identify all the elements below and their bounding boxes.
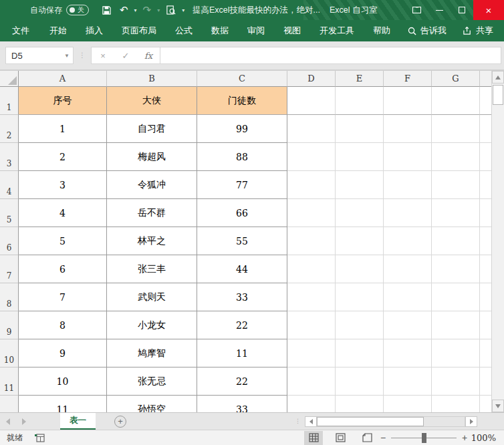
row-header[interactable]: 8 (0, 283, 19, 311)
cell[interactable] (480, 227, 491, 255)
cell[interactable] (480, 199, 491, 227)
insert-function-button[interactable]: fx (137, 51, 160, 61)
customize-qat-icon[interactable]: ▾ (180, 7, 186, 13)
column-header-a[interactable]: A (19, 71, 107, 87)
tab-file[interactable]: 文件 (1, 20, 40, 41)
cell[interactable] (287, 199, 336, 227)
cell[interactable] (287, 227, 336, 255)
cell[interactable]: 梅超风 (107, 143, 197, 171)
tabbar-resize-handle[interactable]: ⋮ (295, 420, 301, 422)
cell[interactable] (480, 115, 491, 143)
row-header[interactable]: 7 (0, 255, 19, 283)
cell[interactable] (287, 367, 336, 396)
cell[interactable] (432, 199, 480, 227)
cell[interactable]: 22 (197, 367, 287, 396)
cell[interactable] (480, 87, 491, 115)
row-header[interactable]: 10 (0, 339, 19, 367)
cell[interactable]: 8 (19, 311, 107, 339)
add-sheet-icon[interactable]: + (114, 416, 126, 428)
scroll-down-icon[interactable] (492, 400, 504, 412)
tell-me-button[interactable]: 告诉我 (400, 20, 455, 41)
cell[interactable] (384, 311, 432, 339)
redo-dropdown-icon[interactable]: ▾ (156, 7, 161, 13)
tab-formulas[interactable]: 公式 (166, 20, 202, 41)
column-header-b[interactable]: B (107, 71, 197, 87)
cell[interactable] (384, 171, 432, 199)
zoom-slider-handle[interactable] (422, 433, 426, 443)
cell[interactable] (336, 143, 384, 171)
cell[interactable] (480, 255, 491, 283)
cell[interactable]: 自习君 (107, 115, 197, 143)
row-header[interactable]: 1 (0, 87, 19, 115)
horizontal-scrollbar[interactable] (305, 416, 477, 427)
undo-dropdown-icon[interactable]: ▾ (133, 7, 138, 13)
cell[interactable]: 令狐冲 (107, 171, 197, 199)
save-icon[interactable] (98, 1, 115, 19)
cell[interactable]: 10 (19, 367, 107, 396)
cell[interactable]: 33 (197, 283, 287, 311)
cell[interactable]: 7 (19, 283, 107, 311)
zoom-out-icon[interactable]: − (378, 432, 388, 443)
cell[interactable]: 99 (197, 115, 287, 143)
tab-review[interactable]: 审阅 (238, 20, 274, 41)
cell[interactable] (432, 227, 480, 255)
cell[interactable] (336, 367, 384, 396)
row-header[interactable]: 5 (0, 199, 19, 227)
cell[interactable] (384, 255, 432, 283)
cell[interactable]: 88 (197, 143, 287, 171)
cell[interactable] (336, 115, 384, 143)
cell[interactable] (480, 367, 491, 396)
macro-record-icon[interactable] (35, 434, 45, 442)
cell[interactable] (384, 339, 432, 367)
cell[interactable]: 44 (197, 255, 287, 283)
row-header[interactable]: 3 (0, 143, 19, 171)
scroll-left-icon[interactable] (305, 416, 317, 427)
cell[interactable] (384, 199, 432, 227)
cell[interactable]: 武则天 (107, 283, 197, 311)
vertical-scroll-thumb[interactable] (493, 85, 503, 105)
cell[interactable]: 小龙女 (107, 311, 197, 339)
cell[interactable] (432, 283, 480, 311)
cell[interactable]: 11 (197, 339, 287, 367)
cell[interactable] (336, 199, 384, 227)
cell[interactable]: 张无忌 (107, 367, 197, 396)
zoom-level[interactable]: 100% (471, 433, 496, 443)
select-all-button[interactable] (0, 71, 19, 87)
cell[interactable] (336, 396, 384, 412)
cell[interactable]: 张三丰 (107, 255, 197, 283)
horizontal-scroll-thumb[interactable] (317, 417, 424, 426)
column-header-g[interactable]: G (432, 71, 480, 87)
cell[interactable] (480, 339, 491, 367)
cancel-button[interactable]: × (92, 51, 114, 61)
cell[interactable] (432, 396, 480, 412)
cell[interactable] (336, 227, 384, 255)
cell[interactable] (432, 171, 480, 199)
undo-icon[interactable]: ↶ (116, 1, 132, 19)
cell[interactable] (287, 255, 336, 283)
scroll-up-icon[interactable] (492, 71, 504, 84)
cell[interactable]: 孙悟空 (107, 396, 197, 412)
cell[interactable] (384, 283, 432, 311)
cell[interactable] (432, 255, 480, 283)
page-layout-view-icon[interactable] (331, 431, 350, 445)
column-header-c[interactable]: C (197, 71, 287, 87)
cell[interactable]: 22 (197, 311, 287, 339)
page-break-view-icon[interactable] (358, 431, 376, 445)
cell[interactable] (287, 171, 336, 199)
formula-bar-resize-handle[interactable]: ⋮ (79, 54, 86, 57)
tab-view[interactable]: 视图 (274, 20, 310, 41)
ribbon-display-options-icon[interactable] (405, 0, 428, 20)
cell[interactable]: 2 (19, 143, 107, 171)
zoom-in-icon[interactable]: + (459, 432, 470, 443)
cell[interactable]: 岳不群 (107, 199, 197, 227)
column-header-d[interactable]: D (287, 71, 336, 87)
tab-insert[interactable]: 插入 (76, 20, 112, 41)
horizontal-scroll-track[interactable] (317, 416, 465, 427)
close-icon[interactable]: × (473, 0, 504, 20)
sheet-tab-active[interactable]: 表一 (60, 413, 96, 430)
row-header[interactable]: 2 (0, 115, 19, 143)
cell[interactable] (432, 367, 480, 396)
cell[interactable] (480, 311, 491, 339)
cell[interactable]: 77 (197, 171, 287, 199)
column-header-e[interactable]: E (336, 71, 384, 87)
